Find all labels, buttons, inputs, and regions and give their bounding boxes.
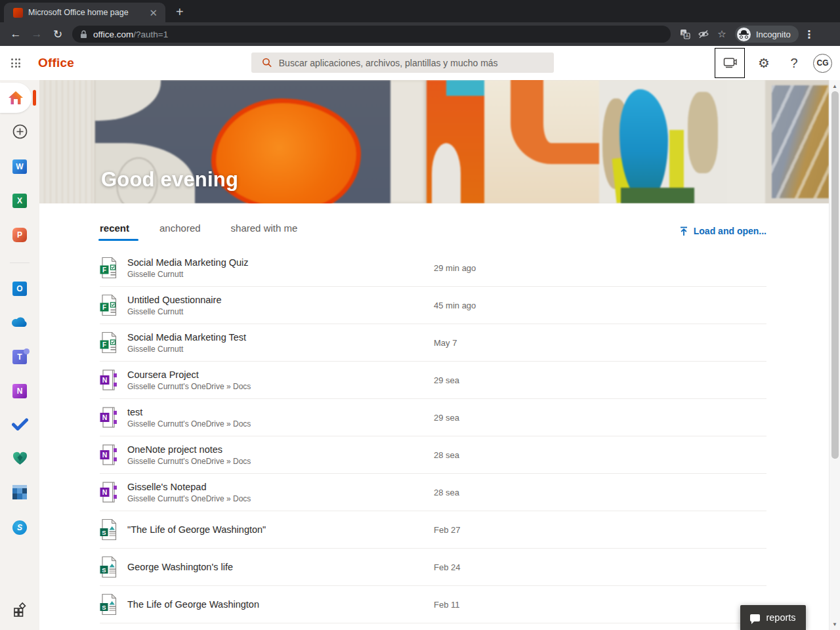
incognito-badge: Incognito — [735, 26, 799, 43]
file-row[interactable]: N Gisselle's Notepad Gisselle Curnutt's … — [100, 474, 766, 511]
create-icon — [12, 124, 28, 142]
sidebar-item-word[interactable]: W — [12, 159, 28, 175]
load-and-open-button[interactable]: Load and open... — [679, 226, 766, 236]
file-date: 28 sea — [434, 488, 459, 497]
file-date: May 7 — [434, 338, 457, 348]
browser-tab[interactable]: Microsoft Office home page ✕ — [4, 3, 165, 22]
meet-now-button[interactable] — [715, 48, 745, 78]
browser-menu-icon[interactable]: ⋮ — [804, 28, 814, 41]
file-title: George Washington's life — [127, 561, 434, 574]
url-domain: office.com — [93, 30, 133, 39]
svg-text:N: N — [102, 376, 108, 384]
sidebar-item-skype[interactable]: S — [12, 520, 28, 536]
onenote-file-icon: N — [100, 369, 118, 391]
onedrive-icon — [11, 316, 28, 330]
svg-text:S: S — [102, 566, 106, 574]
sidebar-item-teams[interactable]: T — [12, 349, 28, 365]
document-tabs: recentanchoredshared with me Load and op… — [100, 220, 766, 242]
file-text: George Washington's life — [127, 561, 434, 574]
file-title: Gisselle's Notepad — [127, 481, 434, 494]
forward-icon[interactable]: → — [28, 25, 46, 43]
file-row[interactable]: S The Life of George Washington Feb 11 — [100, 586, 766, 623]
file-row[interactable]: F Social Media Marketing Quiz Gisselle C… — [100, 249, 766, 287]
file-row[interactable]: S George Washington's life Feb 24 — [100, 549, 766, 586]
search-input[interactable] — [279, 58, 547, 68]
sidebar-item-excel[interactable]: X — [12, 193, 28, 209]
excel-icon: X — [12, 194, 27, 208]
preview-hidden-icon[interactable] — [694, 26, 713, 43]
file-subtitle: Gisselle Curnutt — [127, 306, 434, 317]
browser-tab-strip: Microsoft Office home page ✕ + — [0, 0, 840, 22]
file-row[interactable]: F Untitled Questionnaire Gisselle Curnut… — [100, 287, 766, 324]
search-bar[interactable] — [251, 52, 554, 73]
scrollbar-thumb[interactable] — [831, 91, 839, 459]
reload-icon[interactable]: ↻ — [49, 25, 67, 43]
sidebar-item-all-apps[interactable] — [12, 602, 28, 621]
sidebar-item-family-safety[interactable] — [12, 452, 28, 467]
file-date: 29 min ago — [434, 263, 476, 273]
tab-recent[interactable]: recent — [100, 222, 129, 240]
all-apps-icon — [12, 609, 28, 620]
scroll-up-icon[interactable]: ▲ — [832, 80, 837, 91]
sidebar-item-onenote[interactable]: N — [12, 383, 28, 399]
waffle-icon — [11, 58, 20, 68]
sway-file-icon: S — [100, 593, 118, 616]
onenote-file-icon: N — [100, 481, 118, 503]
file-subtitle: Gisselle Curnutt's OneDrive » Docs — [127, 494, 434, 504]
file-row[interactable]: N test Gisselle Curnutt's OneDrive » Doc… — [100, 399, 766, 436]
greeting-text: Good evening — [101, 168, 238, 192]
powerpoint-icon: P — [12, 228, 27, 242]
reports-button[interactable]: reports — [740, 605, 806, 630]
file-date: 29 sea — [434, 375, 459, 385]
account-avatar[interactable]: CG — [813, 54, 832, 73]
file-row[interactable]: N OneNote project notes Gisselle Curnutt… — [100, 436, 766, 474]
sidebar-item-onedrive[interactable] — [12, 315, 28, 331]
tab-anchored[interactable]: anchored — [159, 222, 201, 240]
sidebar-item-home[interactable] — [0, 83, 39, 113]
skype-icon: S — [12, 520, 27, 535]
settings-button[interactable]: ⚙ — [749, 48, 779, 78]
hero-banner: Good evening — [39, 80, 829, 203]
sidebar-item-outlook[interactable]: O — [12, 281, 28, 297]
file-row[interactable]: F Social Media Marketing Test Gisselle C… — [100, 324, 766, 362]
file-text: Untitled Questionnaire Gisselle Curnutt — [127, 294, 434, 317]
bookmark-star-icon[interactable]: ☆ — [713, 26, 731, 43]
home-icon — [7, 90, 24, 108]
file-text: Social Media Marketing Test Gisselle Cur… — [127, 331, 434, 354]
office-brand[interactable]: Office — [38, 56, 74, 70]
svg-text:F: F — [102, 341, 106, 348]
help-button[interactable]: ? — [779, 48, 809, 78]
new-tab-button[interactable]: + — [176, 5, 184, 22]
address-bar[interactable]: office.com/?auth=1 — [72, 26, 671, 43]
back-icon[interactable]: ← — [7, 25, 25, 43]
app-launcher-button[interactable] — [0, 46, 32, 80]
file-subtitle: Gisselle Curnutt's OneDrive » Docs — [127, 419, 434, 429]
tab-shared-with-me[interactable]: shared with me — [231, 222, 298, 240]
file-subtitle: Gisselle Curnutt's OneDrive » Docs — [127, 381, 434, 392]
translate-icon[interactable]: あA — [676, 26, 694, 43]
sidebar-item-todo[interactable] — [12, 417, 28, 433]
incognito-icon — [737, 28, 751, 41]
file-date: Feb 11 — [434, 600, 460, 610]
svg-text:N: N — [102, 413, 108, 421]
sidebar-item-create[interactable] — [12, 125, 28, 140]
file-text: Coursera Project Gisselle Curnutt's OneD… — [127, 369, 434, 392]
sidebar-item-calendar[interactable] — [12, 486, 28, 501]
todo-icon — [12, 418, 28, 433]
file-row[interactable]: N Coursera Project Gisselle Curnutt's On… — [100, 362, 766, 399]
file-text: OneNote project notes Gisselle Curnutt's… — [127, 444, 434, 467]
svg-text:A: A — [685, 33, 688, 38]
file-text: "The Life of George Washington" — [127, 524, 434, 536]
tab-close-icon[interactable]: ✕ — [146, 7, 160, 19]
file-date: 28 sea — [434, 450, 459, 460]
scroll-down-icon[interactable]: ▼ — [832, 621, 837, 630]
file-row[interactable]: S "The Life of George Washington" Feb 27 — [100, 511, 766, 549]
file-title: "The Life of George Washington" — [127, 524, 434, 536]
file-date: Feb 24 — [434, 562, 460, 572]
forms-file-icon: F — [100, 257, 118, 279]
page-scrollbar[interactable]: ▲ ▼ — [829, 80, 840, 630]
sidebar-item-powerpoint[interactable]: P — [12, 227, 28, 243]
page-column: Good evening recentanchoredshared with m… — [39, 80, 829, 630]
url-text: office.com/?auth=1 — [93, 30, 168, 39]
file-date: 29 sea — [434, 413, 459, 423]
